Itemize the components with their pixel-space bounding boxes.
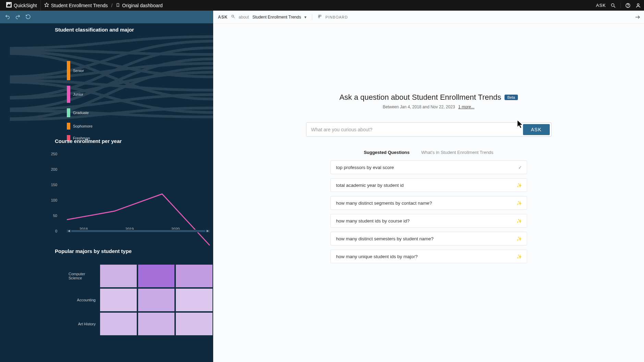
vis3-title: Popular majors by student type (55, 248, 132, 254)
user-icon[interactable] (635, 2, 641, 9)
vis-popular-majors[interactable]: Popular majors by student type Computer … (0, 245, 213, 362)
chart-scrollbar[interactable]: ◀ ▶ (67, 230, 210, 232)
scroll-left-icon[interactable]: ◀ (67, 230, 71, 232)
ask-panel: ASK about Student Enrollment Trends ▾ PI… (213, 11, 644, 362)
suggestion-text: how many student ids by course id? (336, 218, 410, 224)
heat-cell (175, 312, 213, 336)
undo-icon[interactable] (5, 14, 10, 20)
heat-row (99, 264, 213, 288)
svg-point-7 (637, 3, 639, 5)
svg-rect-12 (318, 17, 320, 18)
suggestion-text: how many unique student ids by major? (336, 254, 418, 259)
sankey-nodes: SeniorJuniorGraduateSophomoreFreshman (67, 61, 213, 135)
sparkle-icon: ✨ (517, 183, 522, 188)
heat-cell (175, 264, 213, 288)
reset-icon[interactable] (25, 14, 31, 20)
ask-input-row: ASK (306, 122, 551, 137)
ask-subtitle: Between Jan 4, 2018 and Nov 22, 2023 1 m… (383, 105, 475, 109)
search-icon[interactable] (610, 2, 616, 9)
sparkle-icon: ✨ (517, 201, 522, 206)
search-icon (231, 14, 235, 20)
sankey-block (67, 61, 70, 80)
suggestion-text: total academic year by student id (336, 183, 404, 188)
heat-cell (99, 288, 137, 312)
heat-cell (99, 312, 137, 336)
sankey-node: Junior (67, 86, 213, 103)
suggestion-item[interactable]: how many student ids by course id?✨ (330, 214, 527, 228)
breadcrumb-page[interactable]: Original dashboard (122, 3, 162, 8)
ask-button[interactable]: ASK (523, 124, 550, 135)
suggestion-text: top professors by eval score (336, 165, 394, 170)
breadcrumb-dataset[interactable]: Student Enrollment Trends (51, 3, 108, 8)
rt-pinboard-label[interactable]: PINBOARD (325, 15, 348, 19)
sparkle-icon: ✨ (517, 254, 522, 259)
top-nav: QuickSight Student Enrollment Trends / O… (0, 0, 644, 11)
heat-cell (137, 264, 175, 288)
suggestion-text: how many distinct segments by contact na… (336, 201, 432, 206)
svg-line-9 (234, 17, 235, 18)
ask-center: Ask a question about Student Enrollment … (213, 93, 644, 263)
redo-icon[interactable] (15, 14, 21, 20)
sankey-node: Sophomore (67, 123, 213, 130)
scroll-right-icon[interactable]: ▶ (206, 230, 210, 232)
rt-topic[interactable]: Student Enrollment Trends (252, 15, 301, 20)
heat-row-label: Accounting (69, 288, 98, 312)
svg-rect-11 (320, 15, 321, 16)
bookmark-icon[interactable] (116, 3, 120, 8)
svg-rect-10 (318, 15, 320, 16)
scroll-thumb[interactable] (71, 230, 206, 232)
vis2-title: Course enrollment per year (55, 138, 122, 144)
svg-point-3 (611, 3, 614, 6)
top-ask-label[interactable]: ASK (596, 3, 606, 8)
vis-course-enrollment-year[interactable]: Course enrollment per year 0501001502002… (0, 135, 213, 245)
sparkle-icon: ✨ (517, 236, 522, 241)
beta-badge: Beta (505, 95, 518, 100)
quicksight-logo[interactable]: QuickSight (3, 0, 41, 11)
dashboard-panel: Student classification and major (0, 11, 213, 362)
vis1-title: Student classification and major (55, 27, 134, 33)
svg-marker-2 (45, 3, 49, 7)
svg-line-4 (614, 6, 615, 8)
sankey-node: Graduate (67, 108, 213, 117)
heat-cell (99, 264, 137, 288)
sparkle-icon: ✨ (517, 218, 522, 224)
suggestions-list: top professors by eval score✓total acade… (330, 160, 527, 263)
heat-cell (137, 288, 175, 312)
sankey-block (67, 123, 70, 130)
collapse-panel-icon[interactable] (634, 14, 641, 20)
sankey-node: Senior (67, 61, 213, 80)
suggestion-text: how many distinct semesters by student n… (336, 236, 434, 241)
sankey-label: Sophomore (73, 124, 93, 128)
suggestion-item[interactable]: total academic year by student id✨ (330, 178, 527, 192)
ask-subtitle-more[interactable]: 1 more... (458, 105, 474, 109)
ask-tabs: Suggested Questions What's in Student En… (364, 150, 493, 155)
ask-input[interactable] (306, 123, 522, 136)
star-icon[interactable] (44, 2, 49, 8)
svg-point-6 (628, 7, 628, 7)
breadcrumb: Student Enrollment Trends / Original das… (41, 0, 166, 11)
vis-classification-major[interactable]: Student classification and major (0, 23, 213, 135)
tab-whats-in-topic[interactable]: What's in Student Enrollment Trends (421, 150, 494, 155)
pinboard-icon[interactable] (318, 14, 322, 20)
quicksight-logo-icon (6, 2, 12, 9)
dashboard-toolbar (0, 11, 213, 23)
rt-about: about (239, 15, 249, 20)
chevron-down-icon[interactable]: ▾ (304, 15, 306, 20)
tab-suggested-questions[interactable]: Suggested Questions (364, 150, 410, 155)
suggestion-item[interactable]: how many distinct segments by contact na… (330, 196, 527, 210)
check-icon: ✓ (518, 165, 522, 170)
ask-topbar: ASK about Student Enrollment Trends ▾ PI… (213, 11, 644, 24)
heat-row (99, 288, 213, 312)
suggestion-item[interactable]: top professors by eval score✓ (330, 160, 527, 174)
suggestion-item[interactable]: how many distinct semesters by student n… (330, 232, 527, 245)
heat-cell (175, 288, 213, 312)
suggestion-item[interactable]: how many unique student ids by major?✨ (330, 250, 527, 263)
heat-row-label: Art History (69, 312, 98, 336)
top-right: ASK (596, 0, 641, 11)
heat-row-label: Computer Science (69, 264, 98, 288)
rt-ask-label: ASK (218, 15, 228, 20)
help-icon[interactable] (625, 2, 631, 9)
heat-row (99, 312, 213, 336)
ask-title: Ask a question about Student Enrollment … (339, 93, 501, 102)
chart-area: 050100150200250 201820192020 ◀ ▶ (67, 154, 210, 231)
